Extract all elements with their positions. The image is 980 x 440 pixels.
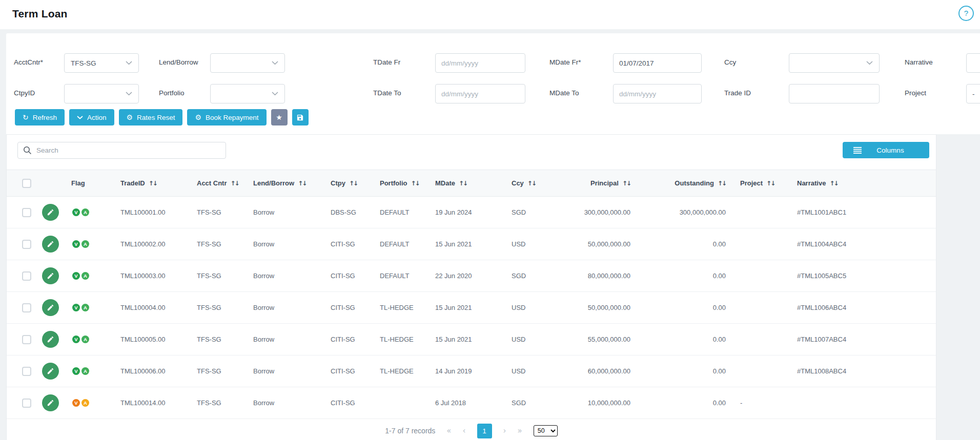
cell-trade-id: TML100014.00 xyxy=(120,387,197,419)
cell-ctpy: CITI-SG xyxy=(331,387,380,419)
cell-acct-cntr: TFS-SG xyxy=(197,197,253,228)
project-input[interactable] xyxy=(966,84,980,103)
columns-button[interactable]: Columns xyxy=(843,142,929,158)
flag-badge-v: V xyxy=(72,367,80,375)
acctcntr-select[interactable]: TFS-SG xyxy=(64,53,139,73)
edit-row-button[interactable] xyxy=(42,204,59,221)
column-header-label: Outstanding xyxy=(675,179,714,187)
cell-select xyxy=(7,324,42,355)
column-header-ccy[interactable]: Ccy↑↓ xyxy=(512,170,554,197)
book-repayment-button[interactable]: ⚙ Book Repayment xyxy=(187,109,266,125)
last-page-button[interactable]: » xyxy=(518,426,522,435)
cell-select xyxy=(7,197,42,228)
row-checkbox[interactable] xyxy=(22,367,31,376)
first-page-button[interactable]: « xyxy=(446,426,451,435)
table-row: VATML100003.00TFS-SGBorrowCITI-SGDEFAULT… xyxy=(7,260,936,292)
action-button[interactable]: Action xyxy=(69,109,114,125)
row-checkbox[interactable] xyxy=(22,240,31,249)
cell-flag: VA xyxy=(71,197,120,228)
edit-row-button[interactable] xyxy=(42,267,59,284)
column-header-principal[interactable]: Principal↑↓ xyxy=(554,170,630,197)
sort-icon: ↑↓ xyxy=(622,180,630,187)
cell-narrative: #TML1007ABC4 xyxy=(797,324,936,355)
column-header-mdate[interactable]: MDate↑↓ xyxy=(435,170,512,197)
filter-label-portfolio: Portfolio xyxy=(159,89,185,97)
refresh-button[interactable]: ↻ Refresh xyxy=(15,109,65,125)
column-header-narrative[interactable]: Narrative↑↓ xyxy=(797,170,936,197)
column-header-select xyxy=(7,170,42,197)
trade-id-input[interactable] xyxy=(789,84,880,103)
lend-borrow-select[interactable] xyxy=(210,53,285,73)
edit-row-button[interactable] xyxy=(42,331,59,348)
help-icon[interactable]: ? xyxy=(958,6,974,21)
sort-icon: ↑↓ xyxy=(411,180,419,187)
ctpyid-select[interactable] xyxy=(64,84,139,103)
page-size-select[interactable]: 50 xyxy=(534,425,558,436)
flag-badge-a: A xyxy=(81,272,89,280)
narrative-input[interactable] xyxy=(966,53,980,73)
table-toolbar: Columns xyxy=(7,135,936,170)
row-checkbox[interactable] xyxy=(22,303,31,312)
row-checkbox[interactable] xyxy=(22,335,31,344)
cell-trade-id: TML100001.00 xyxy=(120,197,197,228)
filter-label-acctcntr: AcctCntr* xyxy=(14,58,43,66)
rates-reset-button[interactable]: ⚙ Rates Reset xyxy=(119,109,183,125)
filter-label-narrative: Narrative xyxy=(905,58,933,66)
edit-row-button[interactable] xyxy=(42,394,59,411)
cell-flag: VA xyxy=(71,387,120,419)
pencil-icon xyxy=(47,367,54,375)
filter-label-ctpyid: CtpyID xyxy=(14,89,35,97)
column-header-outstanding[interactable]: Outstanding↑↓ xyxy=(630,170,726,197)
sort-icon: ↑↓ xyxy=(231,180,239,187)
refresh-label: Refresh xyxy=(33,114,57,121)
row-checkbox[interactable] xyxy=(22,399,31,408)
save-icon xyxy=(296,114,304,121)
column-header-lend-borrow[interactable]: Lend/Borrow↑↓ xyxy=(253,170,331,197)
cell-lend-borrow: Borrow xyxy=(253,387,331,419)
edit-row-button[interactable] xyxy=(42,363,59,380)
flag-badge-v: V xyxy=(72,208,80,216)
row-checkbox[interactable] xyxy=(22,208,31,217)
tdate-fr-input[interactable] xyxy=(435,53,525,73)
portfolio-select[interactable] xyxy=(210,84,285,103)
cell-ctpy: CITI-SG xyxy=(331,260,380,292)
prev-page-button[interactable]: ‹ xyxy=(463,426,466,435)
cell-lend-borrow: Borrow xyxy=(253,355,331,387)
mdate-to-input[interactable] xyxy=(613,84,702,103)
favorite-button[interactable]: ★ xyxy=(271,109,288,125)
table-row: VATML100005.00TFS-SGBorrowCITI-SGTL-HEDG… xyxy=(7,324,936,355)
cell-ccy: USD xyxy=(512,292,554,324)
row-checkbox[interactable] xyxy=(22,271,31,281)
cell-project xyxy=(726,260,797,292)
tdate-to-input[interactable] xyxy=(435,84,525,103)
column-header-edit xyxy=(42,170,71,197)
edit-row-button[interactable] xyxy=(42,299,59,316)
select-all-checkbox[interactable] xyxy=(22,179,31,188)
cell-flag: VA xyxy=(71,260,120,292)
page-title: Term Loan xyxy=(12,8,68,20)
cell-portfolio: DEFAULT xyxy=(380,260,435,292)
next-page-button[interactable]: › xyxy=(503,426,506,435)
cell-ccy: SGD xyxy=(512,387,554,419)
cell-acct-cntr: TFS-SG xyxy=(197,355,253,387)
filter-label-mdate-fr: MDate Fr* xyxy=(549,58,581,66)
filter-label-lend-borrow: Lend/Borrow xyxy=(159,58,198,66)
cell-ctpy: CITI-SG xyxy=(331,324,380,355)
search-input[interactable] xyxy=(17,142,226,159)
sort-icon: ↑↓ xyxy=(149,180,157,187)
edit-row-button[interactable] xyxy=(42,236,59,253)
column-header-project[interactable]: Project↑↓ xyxy=(726,170,797,197)
pencil-icon xyxy=(47,240,54,248)
current-page-button[interactable]: 1 xyxy=(477,424,492,438)
table-row: VATML100002.00TFS-SGBorrowCITI-SGDEFAULT… xyxy=(7,228,936,260)
column-header-acct-cntr[interactable]: Acct Cntr↑↓ xyxy=(197,170,253,197)
flag-badge-a: A xyxy=(81,304,89,311)
cell-mdate: 19 Jun 2024 xyxy=(435,197,512,228)
ccy-select[interactable] xyxy=(789,53,880,73)
mdate-fr-input[interactable] xyxy=(613,53,702,73)
cell-project xyxy=(726,355,797,387)
save-button[interactable] xyxy=(292,109,309,125)
column-header-portfolio[interactable]: Portfolio↑↓ xyxy=(380,170,435,197)
column-header-tradeid[interactable]: TradeID↑↓ xyxy=(120,170,197,197)
column-header-ctpy[interactable]: Ctpy↑↓ xyxy=(331,170,380,197)
